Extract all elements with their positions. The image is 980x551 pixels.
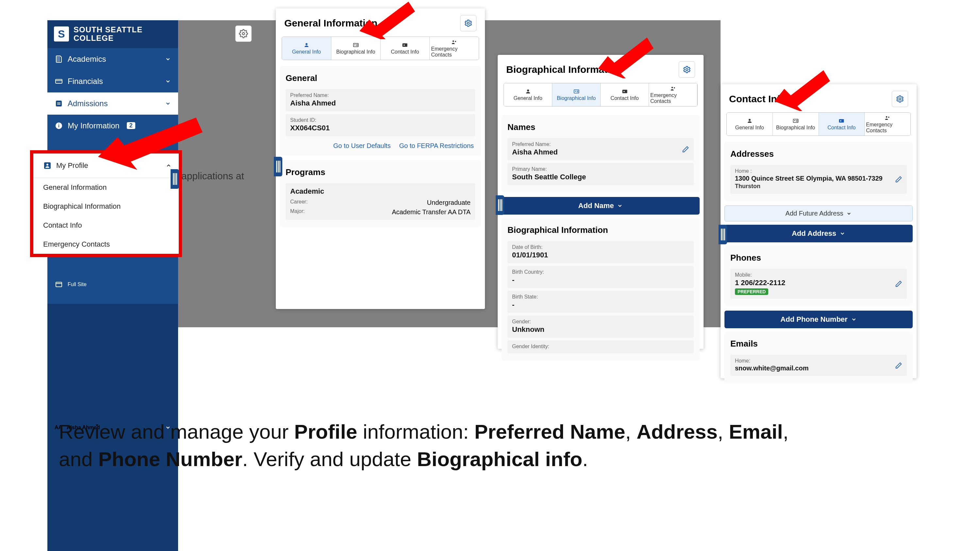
tab-row: General Info Biographical Info Contact I…: [726, 112, 911, 136]
contact-card-icon: [837, 118, 845, 124]
nav-admissions[interactable]: Admissions: [48, 92, 178, 114]
edit-icon[interactable]: [895, 362, 902, 369]
svg-point-0: [242, 33, 245, 35]
edit-icon[interactable]: [895, 280, 902, 287]
settings-gear-button[interactable]: [235, 25, 251, 42]
gear-button[interactable]: [460, 15, 476, 31]
svg-rect-11: [56, 282, 62, 287]
arrow-annotation-icon: [356, 0, 415, 39]
drawer-drag-handle[interactable]: [719, 225, 727, 244]
person-icon: [746, 118, 754, 124]
svg-marker-43: [98, 118, 203, 170]
svg-rect-29: [622, 90, 627, 94]
emergency-icon: [884, 114, 891, 121]
info-icon: [54, 122, 63, 130]
svg-point-30: [623, 91, 624, 92]
admissions-icon: [54, 99, 63, 108]
subnav-general-information[interactable]: General Information: [33, 178, 179, 197]
add-address-button[interactable]: Add Address: [724, 225, 913, 242]
program-academic: Academic Career: Undergraduate Major: Ac…: [286, 183, 475, 220]
svg-point-42: [888, 117, 889, 118]
brand-logo-text: SOUTH SEATTLE COLLEGE: [73, 25, 143, 43]
nav-academics[interactable]: Academics: [48, 48, 178, 70]
drawer-drag-handle[interactable]: [274, 157, 282, 176]
svg-rect-35: [793, 119, 798, 123]
svg-rect-28: [576, 92, 578, 92]
field-gender: Gender:Unknown: [508, 316, 694, 338]
svg-point-13: [467, 22, 469, 24]
field-home-address: Home : 1300 Quince Street SE Olympia, WA…: [730, 165, 907, 194]
svg-point-14: [305, 43, 307, 45]
svg-rect-37: [796, 120, 797, 121]
svg-point-26: [575, 91, 576, 92]
tab-contact-info[interactable]: Contact Info: [381, 37, 430, 60]
svg-rect-18: [356, 45, 358, 46]
svg-rect-5: [57, 104, 60, 105]
nav-label: My Profile: [56, 161, 88, 170]
add-name-button[interactable]: Add Name: [501, 197, 700, 214]
svg-rect-15: [353, 43, 358, 47]
tab-contact-info[interactable]: Contact Info: [819, 113, 865, 135]
section-title-biographical: Biographical Information: [508, 222, 694, 238]
edit-icon[interactable]: [682, 146, 689, 153]
id-card-icon: [352, 42, 360, 48]
tab-biographical-info[interactable]: Biographical Info: [773, 113, 819, 135]
brand-logo-mark: S: [54, 27, 69, 41]
section-title-addresses: Addresses: [730, 146, 907, 162]
nav-label: Financials: [68, 77, 103, 86]
contact-card-icon: [401, 42, 409, 48]
person-icon: [524, 88, 532, 95]
tab-emergency-contacts[interactable]: Emergency Contacts: [430, 37, 479, 60]
svg-point-20: [404, 44, 405, 46]
tab-general-info[interactable]: General Info: [504, 83, 552, 106]
svg-rect-1: [56, 79, 62, 83]
svg-point-34: [749, 119, 751, 121]
tab-row: General Info Biographical Info Contact I…: [282, 37, 479, 60]
add-future-address-button[interactable]: Add Future Address: [724, 205, 913, 221]
field-birth-state: Birth State:-: [508, 291, 694, 313]
tab-general-info[interactable]: General Info: [282, 37, 331, 60]
svg-point-23: [686, 68, 688, 71]
subnav-emergency-contacts[interactable]: Emergency Contacts: [33, 235, 179, 254]
svg-point-24: [527, 89, 529, 91]
subnav-biographical-information[interactable]: Biographical Information: [33, 197, 179, 216]
add-phone-number-button[interactable]: Add Phone Number: [724, 311, 913, 328]
field-birth-country: Birth Country:-: [508, 266, 694, 288]
svg-point-10: [46, 164, 48, 165]
edit-icon[interactable]: [895, 176, 902, 183]
link-user-defaults[interactable]: Go to User Defaults: [333, 142, 391, 149]
svg-marker-45: [598, 38, 654, 78]
tab-emergency-contacts[interactable]: Emergency Contacts: [865, 113, 910, 135]
chevron-down-icon: [165, 56, 171, 62]
drawer-drag-handle[interactable]: [496, 195, 504, 215]
field-date-of-birth: Date of Birth:01/01/1901: [508, 241, 694, 263]
fullsite-icon: [54, 280, 63, 289]
svg-rect-4: [57, 103, 60, 103]
section-title-programs: Programs: [286, 165, 475, 181]
tab-biographical-info[interactable]: Biographical Info: [331, 37, 381, 60]
gear-button[interactable]: [892, 91, 908, 107]
tab-contact-info[interactable]: Contact Info: [601, 83, 649, 106]
field-mobile-phone: Mobile: 1 206/222-2112 PREFERRED: [730, 269, 907, 299]
section-title-general: General: [286, 71, 475, 87]
arrow-annotation-icon: [92, 114, 209, 173]
nav-full-site[interactable]: Full Site: [48, 274, 178, 295]
tab-biographical-info[interactable]: Biographical Info: [552, 83, 601, 106]
svg-rect-38: [796, 121, 797, 122]
nav-label: Academics: [68, 54, 106, 64]
tab-emergency-contacts[interactable]: Emergency Contacts: [649, 83, 697, 106]
svg-rect-27: [576, 91, 578, 91]
svg-point-41: [886, 116, 888, 118]
subnav-contact-info[interactable]: Contact Info: [33, 216, 179, 235]
chevron-down-icon: [165, 101, 171, 106]
gear-button[interactable]: [679, 61, 695, 78]
nav-financials[interactable]: Financials: [48, 70, 178, 92]
svg-rect-19: [402, 43, 407, 47]
tab-general-info[interactable]: General Info: [727, 113, 773, 135]
svg-point-33: [899, 98, 901, 100]
svg-point-21: [453, 41, 454, 42]
brand-logo: S SOUTH SEATTLE COLLEGE: [48, 20, 178, 48]
svg-rect-17: [356, 44, 358, 45]
link-ferpa-restrictions[interactable]: Go to FERPA Restrictions: [399, 142, 474, 149]
svg-rect-3: [56, 101, 62, 106]
